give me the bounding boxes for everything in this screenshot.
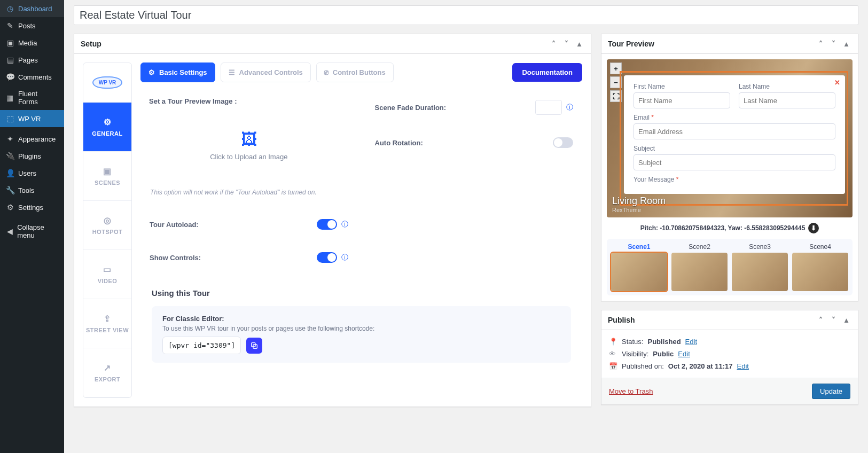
- admin-menu-settings[interactable]: ⚙Settings: [0, 199, 64, 216]
- copy-coords-button[interactable]: ⬇: [808, 223, 819, 233]
- message-label: Your Message: [634, 176, 674, 183]
- email-label: Email: [634, 114, 650, 121]
- admin-menu-appearance[interactable]: ✦Appearance: [0, 130, 64, 147]
- subject-input[interactable]: [634, 154, 835, 170]
- preview-caption-title: Living Room: [612, 196, 666, 207]
- pin-icon: 📍: [609, 338, 617, 346]
- admin-menu-users[interactable]: 👤Users: [0, 165, 64, 182]
- vtab-scenes[interactable]: ▣SCENES: [83, 152, 131, 201]
- close-icon[interactable]: ✕: [832, 79, 842, 88]
- published-value: Oct 2, 2020 at 11:17: [668, 362, 733, 370]
- scene-thumb-scene1[interactable]: Scene1: [611, 243, 667, 291]
- vertical-tabs: WP VR ⚙GENERAL▣SCENES◎HOTSPOT▭VIDEO⇪STRE…: [83, 63, 132, 398]
- panel-move-up-icon[interactable]: ˄: [815, 315, 826, 325]
- admin-menu-dashboard[interactable]: ◷Dashboard: [0, 0, 64, 17]
- status-label: Status:: [622, 338, 643, 346]
- admin-menu-tools[interactable]: 🔧Tools: [0, 182, 64, 199]
- publish-panel: Publish ˄ ˅ ▴ 📍 Status: Published Edit: [601, 310, 858, 405]
- edit-date-link[interactable]: Edit: [737, 362, 748, 370]
- panel-toggle-icon[interactable]: ▴: [574, 38, 584, 49]
- scene-thumbnail-image: [611, 253, 667, 291]
- panel-move-down-icon[interactable]: ˅: [828, 315, 839, 325]
- show-controls-label: Show Controls:: [150, 254, 201, 262]
- panel-move-down-icon[interactable]: ˅: [828, 38, 839, 49]
- last-name-input[interactable]: [739, 92, 835, 108]
- first-name-label: First Name: [634, 83, 730, 90]
- auto-rotation-card: Auto Rotation:: [366, 129, 583, 156]
- email-input[interactable]: [634, 123, 835, 139]
- horizontal-tabs: ⚙Basic Settings☰Advanced Controls⎚Contro…: [140, 63, 582, 82]
- htab-advanced-controls[interactable]: ☰Advanced Controls: [221, 63, 311, 82]
- vtab-video[interactable]: ▭VIDEO: [83, 250, 131, 299]
- scene-thumbnails: Scene1Scene2Scene3Scene4: [607, 239, 853, 295]
- vtab-export[interactable]: ↗EXPORT: [83, 348, 131, 397]
- admin-menu-posts[interactable]: ✎Posts: [0, 17, 64, 34]
- copy-shortcode-button[interactable]: [246, 338, 262, 354]
- vtab-street-view[interactable]: ⇪STREET VIEW: [83, 299, 131, 348]
- last-name-label: Last Name: [739, 83, 835, 90]
- menu-icon: ✎: [5, 21, 15, 30]
- preview-caption-sub: RexTheme: [612, 207, 666, 213]
- status-value: Published: [647, 338, 681, 346]
- admin-menu-wp-vr[interactable]: ⬚WP VR: [0, 110, 64, 127]
- show-controls-toggle[interactable]: [317, 252, 337, 263]
- scene-fade-card: Scene Fade Duration: ⓘ: [366, 92, 583, 123]
- admin-menu-fluent-forms[interactable]: ▦Fluent Forms: [0, 85, 64, 110]
- vtab-hotspot[interactable]: ◎HOTSPOT: [83, 201, 131, 250]
- scene-thumb-scene3[interactable]: Scene3: [732, 243, 788, 291]
- edit-visibility-link[interactable]: Edit: [678, 350, 690, 358]
- panel-move-up-icon[interactable]: ˄: [815, 38, 826, 49]
- info-icon[interactable]: ⓘ: [341, 220, 348, 229]
- hotspot-icon: ◎: [104, 215, 112, 225]
- first-name-input[interactable]: [634, 92, 730, 108]
- htab-basic-settings[interactable]: ⚙Basic Settings: [140, 63, 215, 82]
- classic-editor-title: For Classic Editor:: [162, 315, 560, 323]
- menu-icon: ▤: [5, 56, 15, 64]
- panel-toggle-icon[interactable]: ▴: [841, 38, 851, 49]
- subject-label: Subject: [634, 145, 835, 152]
- admin-menu-plugins[interactable]: 🔌Plugins: [0, 147, 64, 165]
- edit-status-link[interactable]: Edit: [685, 338, 697, 346]
- scene-thumb-scene2[interactable]: Scene2: [671, 243, 728, 291]
- update-button[interactable]: Update: [812, 384, 850, 399]
- tab-icon: ⚙: [148, 68, 155, 76]
- page-title[interactable]: Real Estate Virtual Tour: [74, 5, 858, 25]
- scene-thumbnail-image: [671, 253, 728, 291]
- preview-image-helper: This option will not work if the "Tour A…: [149, 185, 349, 196]
- documentation-button[interactable]: Documentation: [512, 63, 582, 82]
- info-icon[interactable]: ⓘ: [341, 253, 348, 262]
- menu-icon: ✦: [5, 135, 15, 143]
- scene-thumbnail-image: [732, 253, 788, 291]
- tour-autoload-label: Tour Autoload:: [150, 221, 199, 229]
- publish-panel-title: Publish: [608, 316, 635, 324]
- info-icon[interactable]: ⓘ: [566, 103, 573, 112]
- menu-icon: ◀: [5, 227, 14, 236]
- tour-autoload-card: Tour Autoload: ⓘ: [140, 211, 357, 238]
- scene-thumb-scene4[interactable]: Scene4: [792, 243, 848, 291]
- scene-fade-label: Scene Fade Duration:: [375, 104, 447, 112]
- classic-editor-desc: To use this WP VR tour in your posts or …: [162, 325, 560, 332]
- shortcode-value[interactable]: [wpvr id="3309"]: [162, 337, 241, 354]
- panel-move-up-icon[interactable]: ˄: [548, 38, 559, 49]
- admin-sidebar: ◷Dashboard✎Posts▣Media▤Pages💬Comments▦Fl…: [0, 0, 64, 453]
- panel-toggle-icon[interactable]: ▴: [841, 315, 851, 325]
- htab-control-buttons[interactable]: ⎚Control Buttons: [316, 63, 394, 82]
- upload-image-button[interactable]: 🖼 Click to Upload an Image: [149, 105, 349, 185]
- admin-menu-media[interactable]: ▣Media: [0, 34, 64, 51]
- video-icon: ▭: [103, 264, 112, 275]
- admin-menu-comments[interactable]: 💬Comments: [0, 68, 64, 85]
- scene-fade-input[interactable]: [535, 100, 562, 115]
- menu-icon: 💬: [5, 73, 15, 81]
- menu-icon: 👤: [5, 169, 15, 177]
- menu-icon: 🔌: [5, 152, 15, 160]
- auto-rotation-toggle[interactable]: [553, 137, 573, 148]
- scenes-icon: ▣: [103, 166, 112, 176]
- menu-icon: ⚙: [5, 203, 15, 212]
- move-to-trash-link[interactable]: Move to Trash: [609, 387, 653, 395]
- vtab-general[interactable]: ⚙GENERAL: [83, 103, 131, 152]
- panel-move-down-icon[interactable]: ˅: [561, 38, 572, 49]
- admin-menu-collapse-menu[interactable]: ◀Collapse menu: [0, 219, 64, 244]
- tour-autoload-toggle[interactable]: [317, 219, 337, 230]
- admin-menu-pages[interactable]: ▤Pages: [0, 51, 64, 68]
- preview-viewport[interactable]: + − ⛶ ✕ First Name: [607, 59, 853, 217]
